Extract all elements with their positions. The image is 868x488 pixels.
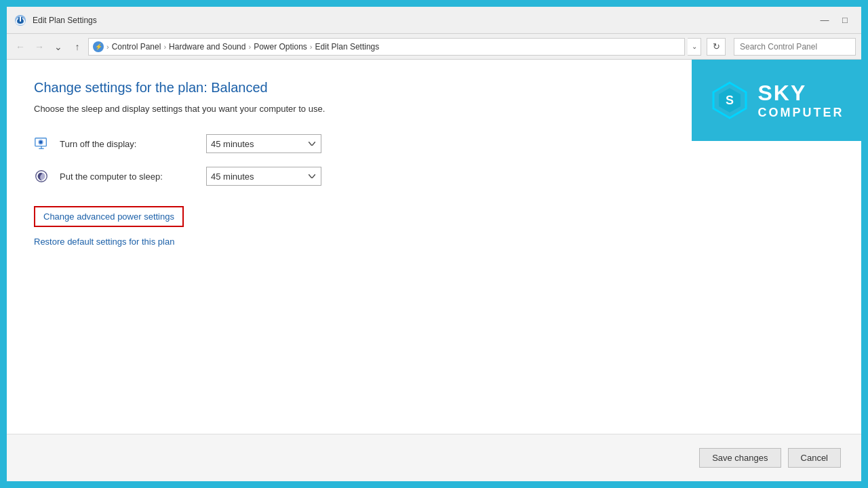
logo-computer: COMPUTER xyxy=(758,106,844,121)
outer-border: Edit Plan Settings — □ ← → ⌄ ↑ ⚡ › Contr… xyxy=(0,0,868,488)
address-bar: ← → ⌄ ↑ ⚡ › Control Panel › Hardware and… xyxy=(7,34,861,60)
save-changes-button[interactable]: Save changes xyxy=(699,448,781,468)
content-area: S SKY COMPUTER Change settings for the p… xyxy=(7,60,861,434)
forward-button[interactable]: → xyxy=(31,39,47,55)
breadcrumb-power-options[interactable]: Power Options xyxy=(254,42,307,52)
path-sep-1: › xyxy=(106,43,109,51)
sleep-label: Put the computer to sleep: xyxy=(60,171,195,182)
breadcrumb-hardware[interactable]: Hardware and Sound xyxy=(169,42,245,52)
address-dropdown-button[interactable]: ⌄ xyxy=(688,38,701,56)
restore-defaults-link[interactable]: Restore default settings for this plan xyxy=(34,234,834,249)
cancel-button[interactable]: Cancel xyxy=(788,448,841,468)
window: Edit Plan Settings — □ ← → ⌄ ↑ ⚡ › Contr… xyxy=(7,7,861,481)
links-section: Change advanced power settings Restore d… xyxy=(34,206,834,249)
window-title: Edit Plan Settings xyxy=(33,16,97,25)
display-label: Turn off the display: xyxy=(60,139,195,149)
display-select[interactable]: 45 minutes 1 minute 5 minutes 10 minutes… xyxy=(206,134,321,153)
refresh-button[interactable]: ↻ xyxy=(707,38,726,56)
title-bar-left: Edit Plan Settings xyxy=(14,14,97,27)
address-path: ⚡ › Control Panel › Hardware and Sound ›… xyxy=(88,38,685,56)
main-content: S SKY COMPUTER Change settings for the p… xyxy=(7,60,861,434)
moon-icon xyxy=(34,169,49,184)
maximize-button[interactable]: □ xyxy=(835,13,854,28)
search-input[interactable] xyxy=(734,38,856,56)
settings-section: Turn off the display: 45 minutes 1 minut… xyxy=(34,134,834,186)
logo-text: SKY COMPUTER xyxy=(758,80,844,121)
minimize-button[interactable]: — xyxy=(815,13,834,28)
monitor-icon xyxy=(34,136,49,151)
advanced-power-settings-link[interactable]: Change advanced power settings xyxy=(34,206,184,227)
svg-text:S: S xyxy=(725,94,733,107)
sleep-select[interactable]: 45 minutes 1 minute 5 minutes 10 minutes… xyxy=(206,167,321,186)
logo-area: S SKY COMPUTER xyxy=(692,60,861,141)
recent-locations-button[interactable]: ⌄ xyxy=(50,39,66,55)
power-icon xyxy=(14,14,27,27)
path-sep-4: › xyxy=(310,43,313,51)
svg-point-9 xyxy=(39,140,43,144)
sky-computer-logo-icon: S xyxy=(709,80,750,121)
breadcrumb-control-panel[interactable]: Control Panel xyxy=(112,42,161,52)
path-sep-3: › xyxy=(248,43,251,51)
sleep-setting-row: Put the computer to sleep: 45 minutes 1 … xyxy=(34,167,834,186)
path-sep-2: › xyxy=(163,43,166,51)
breadcrumb-icon: ⚡ xyxy=(93,41,104,52)
title-bar: Edit Plan Settings — □ xyxy=(7,7,861,34)
bottom-bar: Save changes Cancel xyxy=(7,434,861,481)
logo-sky: SKY xyxy=(758,80,844,106)
title-controls: — □ xyxy=(815,13,854,28)
breadcrumb-current: Edit Plan Settings xyxy=(315,42,380,52)
up-button[interactable]: ↑ xyxy=(69,39,85,55)
back-button[interactable]: ← xyxy=(12,39,28,55)
